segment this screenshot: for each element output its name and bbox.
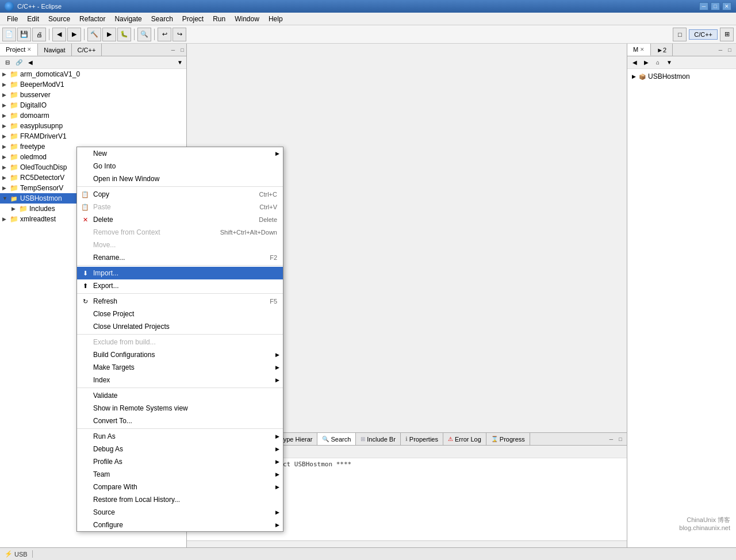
search-button[interactable]: 🔍 [137,28,151,41]
menu-help[interactable]: Help [264,14,288,24]
ctx-team[interactable]: Team [77,468,283,481]
minimize-panel[interactable]: ─ [169,46,177,54]
tab-cpp-label: C/C++ [78,47,96,53]
tree-domoarm[interactable]: ▶ 📁 domoarm [0,110,186,121]
right-menu-btn[interactable]: ▼ [664,57,674,68]
close-button[interactable]: ✕ [722,2,731,10]
title-bar-controls[interactable]: ─ □ ✕ [699,2,731,10]
tree-arm-domotica[interactable]: ▶ 📁 arm_domoticaV1_0 [0,69,186,79]
build-button[interactable]: 🔨 [87,28,101,41]
menu-search[interactable]: Search [147,14,178,24]
ctx-compare-with[interactable]: Compare With [77,481,283,493]
ctx-copy-label: Copy [93,190,109,198]
tree-digitalio[interactable]: ▶ 📁 DigitalIO [0,100,186,110]
menu-window[interactable]: Window [230,14,264,24]
right-panel-controls: ─ □ [716,44,736,56]
ctx-make-targets[interactable]: Make Targets [77,361,283,374]
tab-project-close[interactable]: ✕ [27,47,32,52]
maximize-button[interactable]: □ [711,2,720,10]
folder-icon: 📁 [9,183,18,193]
right-tree-usbhostmon[interactable]: ▶ 📦 USBHostmon [630,71,734,82]
link-editor-button[interactable]: 🔗 [14,57,24,68]
tab-cpp[interactable]: C/C++ [72,44,102,56]
panel-back-button[interactable]: ◀ [25,57,36,68]
tab-navigate[interactable]: Navigat [38,44,71,56]
run-button[interactable]: ▶ [102,28,116,41]
ctx-delete-shortcut: Delete [247,216,277,223]
ctx-profile-as[interactable]: Profile As [77,455,283,468]
ctx-export[interactable]: ⬆ Export... [77,279,283,292]
ctx-close-project[interactable]: Close Project [77,308,283,320]
tab-progress[interactable]: ⌛ Progress [486,433,530,445]
print-button[interactable]: 🖨 [32,28,46,41]
right-maximize[interactable]: □ [726,46,734,54]
bottom-scrollbar[interactable] [187,540,627,547]
expand-arrow: ▶ [2,92,9,98]
right-back-btn[interactable]: ◀ [630,57,640,68]
ctx-build-configs[interactable]: Build Configurations [77,348,283,361]
ctx-copy[interactable]: 📋 Copy Ctrl+C [77,188,283,201]
status-usb-label: USB [14,551,28,558]
bottom-maximize[interactable]: □ [616,435,624,443]
back-button[interactable]: ◀ [52,28,66,41]
tab-properties-label: Properties [409,436,438,443]
menu-project[interactable]: Project [178,14,208,24]
perspective-button[interactable]: C/C++ [689,29,718,40]
redo-button[interactable]: ↪ [172,28,186,41]
ctx-import[interactable]: ⬇ Import... [77,267,283,279]
new-button[interactable]: 📄 [2,28,16,41]
tab-properties[interactable]: ℹ Properties [401,433,443,445]
ctx-sep-6 [77,428,283,429]
minimize-button[interactable]: ─ [699,2,708,10]
tab-outline[interactable]: M ✕ [627,44,651,56]
tab-project[interactable]: Project ✕ [0,44,38,56]
ctx-restore-history[interactable]: Restore from Local History... [77,493,283,506]
undo-button[interactable]: ↩ [158,28,171,41]
tab-include-label: Include Br [367,436,396,443]
ctx-debug-as[interactable]: Debug As [77,443,283,455]
folder-icon: 📁 [9,173,18,182]
ctx-go-into[interactable]: Go Into [77,160,283,172]
tab-error-log[interactable]: ⚠ Error Log [443,433,486,445]
tab-search[interactable]: 🔍 Search [317,433,356,445]
menu-refactor[interactable]: Refactor [75,14,110,24]
ctx-configure[interactable]: Configure [77,519,283,531]
debug-button[interactable]: 🐛 [117,28,131,41]
tab-secondary[interactable]: ►2 [651,44,673,56]
right-home-btn[interactable]: ⌂ [653,57,663,68]
minimize-panel-button[interactable]: □ [673,28,687,41]
menu-navigate[interactable]: Navigate [110,14,146,24]
perspective-toggle[interactable]: ⊞ [720,28,734,41]
tree-beeper[interactable]: ▶ 📁 BeeperModV1 [0,79,186,90]
ctx-refresh[interactable]: ↻ Refresh F5 [77,295,283,308]
tab-outline-close[interactable]: ✕ [640,47,645,52]
tree-item-label: FRAMDriverV1 [20,132,67,140]
bottom-minimize[interactable]: ─ [607,435,615,443]
menu-edit[interactable]: Edit [22,14,44,24]
ctx-convert-to[interactable]: Convert To... [77,415,283,427]
tab-include-browser[interactable]: ⊞ Include Br [356,433,401,445]
ctx-show-remote[interactable]: Show in Remote Systems view [77,402,283,415]
save-button[interactable]: 💾 [17,28,31,41]
forward-button[interactable]: ▶ [67,28,81,41]
ctx-close-unrelated[interactable]: Close Unrelated Projects [77,320,283,333]
ctx-open-new-window[interactable]: Open in New Window [77,172,283,185]
ctx-index[interactable]: Index [77,374,283,386]
ctx-run-as[interactable]: Run As [77,430,283,443]
panel-menu-dropdown[interactable]: ▼ [176,58,184,67]
ctx-validate[interactable]: Validate [77,389,283,402]
menu-run[interactable]: Run [208,14,230,24]
ctx-source[interactable]: Source [77,506,283,519]
menu-file[interactable]: File [2,14,22,24]
menu-source[interactable]: Source [44,14,75,24]
ctx-new[interactable]: New [77,147,283,160]
right-minimize[interactable]: ─ [716,46,724,54]
maximize-panel[interactable]: □ [178,46,186,54]
ctx-rename[interactable]: Rename... F2 [77,251,283,264]
tree-busserver[interactable]: ▶ 📁 busserver [0,90,186,100]
tree-framdriver[interactable]: ▶ 📁 FRAMDriverV1 [0,131,186,141]
tree-easyplusupnp[interactable]: ▶ 📁 easyplusupnp [0,121,186,131]
ctx-delete[interactable]: ✕ Delete Delete [77,213,283,226]
collapse-all-button[interactable]: ⊟ [2,57,13,68]
right-forward-btn[interactable]: ▶ [641,57,651,68]
